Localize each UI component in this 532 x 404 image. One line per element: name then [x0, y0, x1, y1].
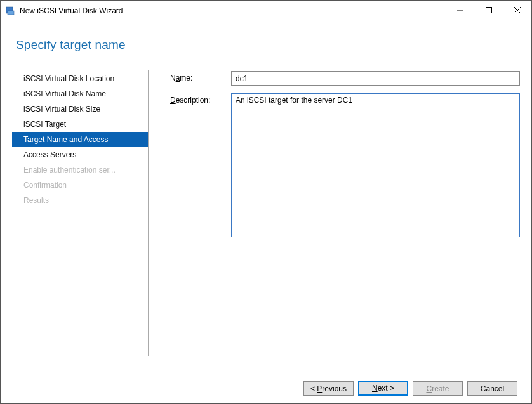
- name-input[interactable]: [231, 71, 520, 86]
- wizard-body: iSCSI Virtual Disk Location iSCSI Virtua…: [1, 52, 531, 356]
- minimize-button[interactable]: [446, 1, 474, 20]
- cancel-button[interactable]: Cancel: [467, 381, 517, 396]
- wizard-buttons: < Previous Next > Create Cancel: [303, 381, 517, 396]
- step-iscsi-target[interactable]: iSCSI Target: [12, 117, 148, 132]
- next-button[interactable]: Next >: [358, 381, 408, 396]
- step-enable-auth: Enable authentication ser...: [12, 162, 148, 178]
- title-bar: New iSCSI Virtual Disk Wizard: [1, 1, 531, 20]
- name-row: Name:: [170, 71, 520, 86]
- window-controls: [446, 1, 531, 20]
- step-disk-name[interactable]: iSCSI Virtual Disk Name: [12, 86, 148, 101]
- svg-rect-3: [486, 8, 491, 13]
- description-label: Description:: [170, 93, 231, 237]
- previous-button[interactable]: < Previous: [303, 381, 354, 396]
- wizard-steps-sidebar: iSCSI Virtual Disk Location iSCSI Virtua…: [12, 70, 149, 356]
- description-textarea[interactable]: [231, 93, 520, 237]
- step-confirmation: Confirmation: [12, 178, 148, 193]
- app-icon: [6, 6, 16, 16]
- window-title: New iSCSI Virtual Disk Wizard: [20, 6, 123, 15]
- step-disk-location[interactable]: iSCSI Virtual Disk Location: [12, 71, 148, 86]
- svg-rect-1: [8, 11, 14, 15]
- step-access-servers[interactable]: Access Servers: [12, 147, 148, 162]
- step-disk-size[interactable]: iSCSI Virtual Disk Size: [12, 101, 148, 117]
- create-button: Create: [413, 381, 463, 396]
- description-row: Description:: [170, 93, 520, 237]
- name-label: Name:: [170, 71, 231, 86]
- step-results: Results: [12, 193, 148, 208]
- page-title: Specify target name: [1, 20, 531, 52]
- step-target-name-access[interactable]: Target Name and Access: [12, 132, 148, 147]
- form-panel: Name: Description:: [149, 70, 520, 356]
- close-button[interactable]: [503, 1, 531, 20]
- maximize-button[interactable]: [474, 1, 503, 20]
